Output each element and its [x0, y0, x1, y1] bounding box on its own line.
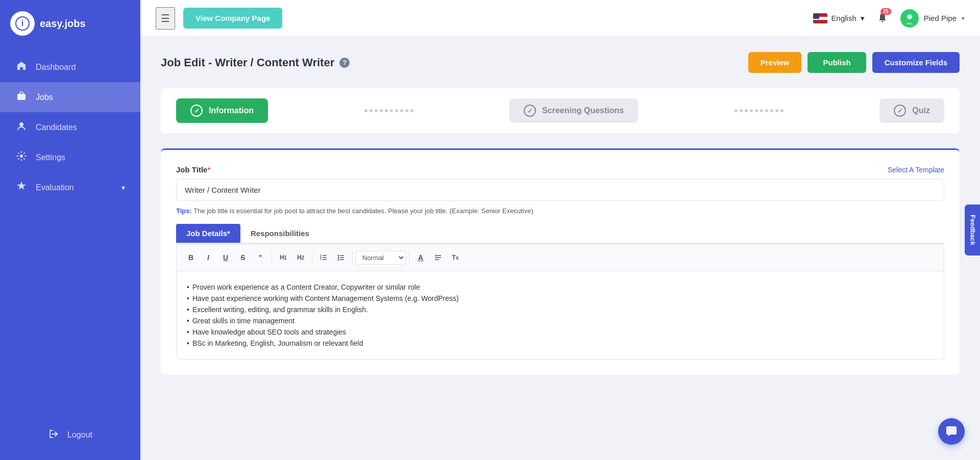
feedback-tab[interactable]: Feedback: [965, 205, 980, 255]
underline-button[interactable]: U: [217, 249, 234, 266]
brand-name: easy.jobs: [40, 18, 86, 30]
notification-badge: 25: [880, 8, 891, 15]
language-chevron-icon: ▾: [861, 14, 865, 23]
dot: [364, 109, 368, 112]
svg-point-9: [907, 14, 912, 19]
toolbar-separator-4: [409, 251, 409, 264]
dot: [400, 109, 403, 112]
us-flag-icon: [813, 13, 827, 23]
dot: [770, 109, 773, 112]
unordered-list-button[interactable]: [333, 249, 349, 266]
step-dots-2: [638, 109, 879, 112]
language-label: English: [831, 14, 856, 22]
chat-button[interactable]: [938, 418, 965, 445]
italic-button[interactable]: I: [200, 249, 216, 266]
user-menu[interactable]: Pied Pipe ▾: [900, 9, 965, 28]
ordered-list-button[interactable]: 1 2 3: [315, 249, 332, 266]
user-name: Pied Pipe: [924, 14, 957, 22]
list-item: •Have knowledge about SEO tools and stra…: [187, 326, 934, 338]
dot: [775, 109, 778, 112]
page-actions: Preview Publish Customize Fields: [748, 52, 960, 73]
customize-button[interactable]: Customize Fields: [872, 52, 960, 73]
candidates-icon: [15, 120, 28, 134]
dot: [370, 109, 373, 112]
page-title: Job Edit - Writer / Content Writer: [161, 56, 334, 69]
jobs-icon: [15, 90, 28, 104]
dot: [750, 109, 753, 112]
dot: [765, 109, 768, 112]
job-title-field-row: Job Title* Select A Template: [176, 165, 944, 174]
dot: [375, 109, 378, 112]
font-style-select[interactable]: Normal Heading 1 Heading 2: [356, 251, 406, 265]
step-screening[interactable]: ✓ Screening Questions: [509, 98, 638, 123]
svg-rect-3: [17, 94, 26, 100]
svg-point-27: [951, 430, 952, 431]
home-icon: [15, 60, 28, 74]
step-information-label: Information: [209, 106, 254, 115]
steps-container: ✓ Information ✓ Screening Questions: [161, 88, 960, 133]
menu-button[interactable]: ☰: [156, 7, 175, 30]
logout-label: Logout: [67, 430, 92, 440]
user-avatar: [900, 9, 919, 28]
sidebar-item-evaluation[interactable]: Evaluation ▾: [0, 172, 140, 202]
dot: [760, 109, 763, 112]
logout-button[interactable]: Logout: [33, 420, 108, 450]
sidebar-item-candidates[interactable]: Candidates: [0, 112, 140, 142]
svg-point-28: [953, 430, 954, 431]
svg-text:i: i: [21, 19, 23, 28]
bold-button[interactable]: B: [183, 249, 199, 266]
dot: [745, 109, 748, 112]
header: ☰ View Company Page English ▾ 25 Pied: [140, 0, 980, 37]
list-item: •Great skills in time management: [187, 315, 934, 326]
view-company-button[interactable]: View Company Page: [183, 8, 282, 29]
dot: [390, 109, 393, 112]
font-color-button[interactable]: A: [412, 249, 429, 266]
tips-text: Tips: The job title is essential for job…: [176, 207, 944, 215]
form-card: Job Title* Select A Template Tips: The j…: [161, 148, 960, 375]
svg-point-26: [949, 430, 950, 431]
h1-button[interactable]: H1: [275, 249, 291, 266]
step-quiz[interactable]: ✓ Quiz: [879, 98, 944, 123]
sidebar-item-settings[interactable]: Settings: [0, 142, 140, 172]
sidebar-logo: i easy.jobs: [0, 0, 140, 47]
h2-button[interactable]: H2: [292, 249, 309, 266]
list-item: •Excellent writing, editing, and grammar…: [187, 304, 934, 315]
toolbar-separator-2: [312, 251, 312, 264]
sidebar-item-label-jobs: Jobs: [36, 93, 53, 102]
step-quiz-label: Quiz: [912, 106, 930, 115]
job-title-input[interactable]: [176, 179, 944, 201]
blockquote-button[interactable]: ": [252, 249, 268, 266]
dot: [395, 109, 398, 112]
dot: [405, 109, 408, 112]
dot: [755, 109, 758, 112]
sidebar-item-label-settings: Settings: [36, 153, 65, 162]
select-template-link[interactable]: Select A Template: [888, 166, 944, 174]
svg-point-7: [881, 21, 883, 22]
strikethrough-button[interactable]: S: [235, 249, 251, 266]
page-header: Job Edit - Writer / Content Writer ? Pre…: [161, 52, 960, 73]
dot: [740, 109, 743, 112]
preview-button[interactable]: Preview: [748, 52, 802, 73]
sidebar-nav: Dashboard Jobs Candidates: [0, 47, 140, 420]
step-dots-1: [268, 109, 509, 112]
sidebar-item-jobs[interactable]: Jobs: [0, 82, 140, 112]
user-chevron-icon: ▾: [962, 15, 965, 22]
step-information[interactable]: ✓ Information: [176, 98, 268, 123]
editor-toolbar: B I U S " H1 H2 1 2 3: [176, 244, 944, 271]
help-icon[interactable]: ?: [339, 58, 350, 68]
main-container: ☰ View Company Page English ▾ 25 Pied: [140, 0, 980, 460]
sidebar-item-dashboard[interactable]: Dashboard: [0, 52, 140, 82]
clear-format-button[interactable]: Tx: [447, 249, 463, 266]
tab-responsibilities[interactable]: Responsibilities: [240, 224, 320, 243]
tab-job-details[interactable]: Job Details*: [176, 224, 240, 243]
svg-point-5: [20, 155, 23, 158]
align-button[interactable]: [430, 249, 446, 266]
dot: [410, 109, 413, 112]
responsibilities-list: •Proven work experience as a Content Cre…: [187, 282, 934, 349]
svg-point-4: [19, 122, 23, 126]
publish-button[interactable]: Publish: [807, 52, 866, 73]
language-selector[interactable]: English ▾: [813, 13, 865, 23]
notifications-button[interactable]: 25: [873, 7, 892, 29]
editor-content[interactable]: •Proven work experience as a Content Cre…: [176, 271, 944, 360]
list-item: •Proven work experience as a Content Cre…: [187, 282, 934, 293]
